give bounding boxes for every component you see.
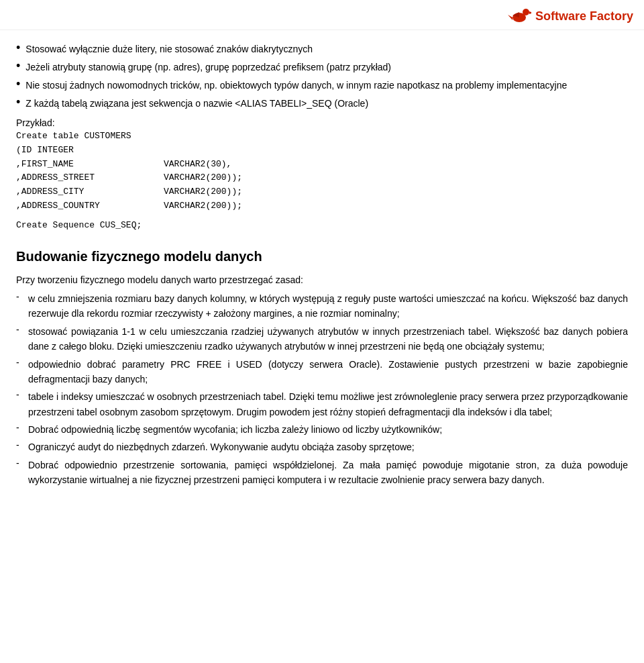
- example-label: Przykład:: [16, 117, 628, 128]
- bullet-dot-3: •: [16, 77, 20, 91]
- dash-text-3: odpowiednio dobrać parametry PRC FREE i …: [28, 357, 628, 387]
- code-col2-4: VARCHAR2(200));: [164, 171, 242, 185]
- svg-marker-4: [508, 15, 513, 20]
- bullet-item-2: • Jeżeli atrybuty stanowią grupę (np. ad…: [16, 60, 628, 74]
- dash-char-6: -: [16, 440, 28, 450]
- section-heading: Budowanie fizycznego modelu danych: [16, 249, 628, 264]
- dash-char-1: -: [16, 291, 28, 302]
- code-col1-6: ,ADDRESS_COUNTRY: [16, 199, 164, 213]
- code-col1-5: ,ADDRESS_CITY: [16, 185, 164, 199]
- bullet-section: • Stosować wyłącznie duże litery, nie st…: [16, 42, 628, 111]
- logo-text: Software Factory: [535, 9, 633, 23]
- bullet-dot-4: •: [16, 95, 20, 109]
- svg-point-1: [523, 9, 529, 15]
- dash-char-7: -: [16, 458, 28, 468]
- dash-text-5: Dobrać odpowiednią liczbę segmentów wyco…: [28, 422, 442, 437]
- dash-list: - w celu zmniejszenia rozmiaru bazy dany…: [16, 291, 628, 488]
- code-line-3: ,FIRST_NAME VARCHAR2(30),: [16, 158, 628, 172]
- dash-item-2: - stosować powiązania 1-1 w celu umieszc…: [16, 324, 628, 354]
- sequence-line: Create Sequence CUS_SEQ;: [16, 219, 142, 233]
- dash-char-3: -: [16, 357, 28, 368]
- bullet-text-2: Jeżeli atrybuty stanowią grupę (np. adre…: [25, 60, 391, 74]
- bullet-dot-2: •: [16, 59, 20, 73]
- dash-text-6: Ograniczyć audyt do niezbędnych zdarzeń.…: [28, 440, 415, 454]
- code-col1-1: Create table CUSTOMERS: [16, 130, 131, 144]
- bullet-dot-1: •: [16, 41, 20, 55]
- dash-item-6: - Ograniczyć audyt do niezbędnych zdarze…: [16, 440, 628, 454]
- dash-item-3: - odpowiednio dobrać parametry PRC FREE …: [16, 357, 628, 387]
- code-line-2: (ID INTEGER: [16, 144, 628, 158]
- dash-item-4: - tabele i indeksy umieszczać w osobnych…: [16, 389, 628, 419]
- bullet-text-4: Z każdą tabelą związana jest sekwencja o…: [25, 97, 368, 111]
- dash-text-2: stosować powiązania 1-1 w celu umieszcza…: [28, 324, 628, 354]
- bullet-item-1: • Stosować wyłącznie duże litery, nie st…: [16, 42, 628, 56]
- main-content: • Stosować wyłącznie duże litery, nie st…: [0, 30, 644, 503]
- code-col2-5: VARCHAR2(200));: [164, 185, 242, 199]
- bullet-item-3: • Nie stosuj żadnych nowomodnych tricków…: [16, 79, 628, 93]
- dash-text-1: w celu zmniejszenia rozmiaru bazy danych…: [28, 291, 628, 321]
- dash-item-7: - Dobrać odpowiednio przestrzenie sortow…: [16, 458, 628, 488]
- header: Software Factory: [0, 0, 644, 30]
- dash-item-5: - Dobrać odpowiednią liczbę segmentów wy…: [16, 422, 628, 437]
- logo-bird-icon: [504, 5, 531, 27]
- code-line-1: Create table CUSTOMERS: [16, 130, 628, 144]
- bullet-text-3: Nie stosuj żadnych nowomodnych tricków, …: [25, 79, 567, 93]
- code-section: Przykład: Create table CUSTOMERS (ID INT…: [16, 117, 628, 233]
- code-line-5: ,ADDRESS_CITY VARCHAR2(200));: [16, 185, 628, 199]
- dash-text-4: tabele i indeksy umieszczać w osobnych p…: [28, 389, 628, 419]
- code-col2-3: VARCHAR2(30),: [164, 158, 231, 172]
- code-col1-2: (ID INTEGER: [16, 144, 74, 158]
- bullet-item-4: • Z każdą tabelą związana jest sekwencja…: [16, 97, 628, 111]
- svg-marker-2: [529, 11, 531, 14]
- code-line-6: ,ADDRESS_COUNTRY VARCHAR2(200));: [16, 199, 628, 213]
- intro-text: Przy tworzeniu fizycznego modelu danych …: [16, 272, 628, 287]
- bullet-text-1: Stosować wyłącznie duże litery, nie stos…: [25, 42, 313, 56]
- code-col1-4: ,ADDRESS_STREET: [16, 171, 164, 185]
- dash-item-1: - w celu zmniejszenia rozmiaru bazy dany…: [16, 291, 628, 321]
- code-block: Create table CUSTOMERS (ID INTEGER ,FIRS…: [16, 130, 628, 233]
- code-line-4: ,ADDRESS_STREET VARCHAR2(200));: [16, 171, 628, 185]
- dash-char-4: -: [16, 389, 28, 400]
- code-col2-6: VARCHAR2(200));: [164, 199, 242, 213]
- code-col1-3: ,FIRST_NAME: [16, 158, 164, 172]
- dash-char-5: -: [16, 422, 28, 433]
- logo-area: Software Factory: [504, 5, 633, 27]
- code-line-7: Create Sequence CUS_SEQ;: [16, 219, 628, 233]
- dash-text-7: Dobrać odpowiednio przestrzenie sortowan…: [28, 458, 628, 488]
- dash-char-2: -: [16, 324, 28, 335]
